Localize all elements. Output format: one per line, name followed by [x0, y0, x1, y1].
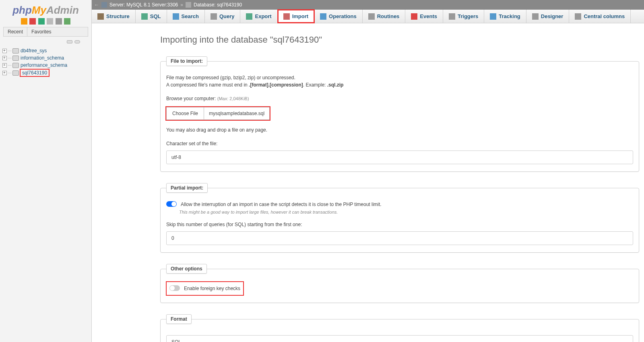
recent-tab[interactable]: Recent	[4, 27, 27, 36]
other-options-section: Other options Enable foreign key checks	[160, 264, 639, 303]
compress-hint-1: File may be compressed (gzip, bzip2, zip…	[166, 74, 633, 81]
docs-icon[interactable]	[38, 18, 45, 25]
tab-label: Structure	[106, 13, 130, 19]
tab-designer[interactable]: Designer	[526, 10, 570, 23]
nav-back-icon[interactable]: ←	[94, 2, 99, 8]
partial-import-legend: Partial import:	[166, 183, 208, 193]
db-label: performance_schema	[21, 62, 67, 68]
logo-text-php: php	[12, 4, 32, 16]
partial-import-section: Partial import: Allow the interruption o…	[160, 183, 639, 253]
database-icon	[12, 56, 19, 61]
foreign-key-row: Enable foreign key checks	[166, 282, 244, 295]
export-icon	[246, 13, 252, 20]
main: ← Server: MySQL 8.1 Server:3306 » Databa…	[92, 0, 644, 342]
triggers-icon	[449, 13, 455, 20]
breadcrumb-server[interactable]: Server: MySQL 8.1 Server:3306	[109, 2, 178, 8]
tab-search[interactable]: Search	[167, 10, 205, 23]
allow-interrupt-toggle[interactable]	[166, 201, 177, 207]
expand-icon[interactable]	[2, 71, 7, 75]
link-icon[interactable]	[74, 40, 80, 43]
collapse-icon[interactable]	[67, 40, 72, 43]
expand-icon[interactable]	[2, 56, 7, 60]
db-item-performance_schema[interactable]: performance_schema	[2, 62, 89, 69]
tab-central-columns[interactable]: Central columns	[569, 10, 631, 23]
tab-label: Routines	[377, 13, 400, 19]
tree-controls	[0, 38, 91, 46]
allow-interrupt-label: Allow the interruption of an import in c…	[181, 201, 382, 208]
events-icon	[411, 13, 417, 20]
tab-export[interactable]: Export	[240, 10, 277, 23]
settings-icon[interactable]	[56, 18, 62, 25]
logo-text-my: My	[32, 4, 46, 16]
breadcrumb-sep: »	[180, 2, 183, 8]
charset-label: Character set of the file:	[166, 140, 633, 147]
query-icon	[211, 13, 217, 20]
database-icon	[12, 70, 19, 76]
database-tree: db4free_sys information_schema performan…	[0, 46, 91, 78]
database-icon	[186, 2, 191, 8]
tabs: Structure SQL Search Query Export Import…	[92, 10, 644, 23]
breadcrumb-database[interactable]: Database: sql7643190	[194, 2, 242, 8]
tab-label: Query	[219, 13, 235, 19]
charset-select[interactable]: utf-8	[166, 150, 633, 164]
db-item-db4free_sys[interactable]: db4free_sys	[2, 47, 89, 54]
db-label: db4free_sys	[21, 48, 47, 54]
allow-interrupt-row: Allow the interruption of an import in c…	[166, 201, 633, 208]
db-item-sql7643190[interactable]: sql7643190	[2, 69, 89, 77]
tab-import[interactable]: Import	[278, 10, 314, 23]
structure-icon	[97, 13, 104, 20]
operations-icon	[320, 13, 326, 20]
sidebar-toolbar	[0, 17, 91, 27]
tab-query[interactable]: Query	[205, 10, 241, 23]
logo[interactable]: phpMyAdmin	[0, 0, 91, 17]
tab-label: SQL	[150, 13, 161, 19]
tab-sql[interactable]: SQL	[136, 10, 167, 23]
file-import-legend: File to import:	[166, 56, 207, 66]
browse-label: Browse your computer:	[166, 96, 216, 101]
tab-triggers[interactable]: Triggers	[443, 10, 484, 23]
database-icon	[12, 63, 19, 68]
format-legend: Format	[166, 314, 192, 324]
tab-routines[interactable]: Routines	[363, 10, 406, 23]
server-icon	[101, 2, 107, 8]
choose-file-button[interactable]: Choose File	[166, 107, 204, 120]
import-icon	[283, 13, 290, 20]
expand-icon[interactable]	[2, 49, 7, 53]
skip-queries-input[interactable]	[166, 231, 633, 245]
tab-tracking[interactable]: Tracking	[484, 10, 526, 23]
sql-icon	[141, 13, 148, 20]
tab-label: Export	[255, 13, 271, 19]
allow-interrupt-hint: This might be a good way to import large…	[179, 210, 633, 214]
foreign-key-toggle[interactable]	[169, 285, 180, 291]
tab-label: Central columns	[584, 13, 625, 19]
db-label: information_schema	[21, 55, 64, 61]
tab-structure[interactable]: Structure	[92, 10, 136, 23]
search-icon	[173, 13, 179, 20]
tab-label: Import	[292, 13, 308, 19]
favorites-tab[interactable]: Favorites	[27, 27, 55, 36]
format-section: Format SQL	[160, 314, 639, 342]
other-options-legend: Other options	[166, 264, 207, 274]
format-select[interactable]: SQL	[166, 335, 633, 342]
tab-label: Designer	[541, 13, 564, 19]
tab-events[interactable]: Events	[405, 10, 443, 23]
expand-icon[interactable]	[2, 63, 7, 68]
reload-icon[interactable]	[64, 18, 70, 25]
compress-hint-2: A compressed file's name must end in .[f…	[166, 81, 633, 89]
max-size-hint: (Max: 2,048KiB)	[217, 96, 249, 101]
skip-queries-label: Skip this number of queries (for SQL) st…	[166, 221, 633, 228]
breadcrumb: ← Server: MySQL 8.1 Server:3306 » Databa…	[92, 0, 644, 10]
db-label: sql7643190	[21, 70, 49, 76]
tab-operations[interactable]: Operations	[314, 10, 363, 23]
foreign-key-label: Enable foreign key checks	[184, 285, 240, 292]
page-title: Importing into the database "sql7643190"	[160, 35, 639, 45]
file-input-row: Choose File mysqlsampledatabase.sql	[166, 107, 270, 120]
db-item-information_schema[interactable]: information_schema	[2, 54, 89, 62]
designer-icon	[532, 13, 539, 20]
home-icon[interactable]	[21, 18, 27, 25]
sql-docs-icon[interactable]	[47, 18, 53, 25]
logo-text-admin: Admin	[46, 4, 79, 16]
tab-label: Tracking	[499, 13, 520, 19]
logout-icon[interactable]	[29, 18, 36, 25]
tab-label: Triggers	[458, 13, 478, 19]
